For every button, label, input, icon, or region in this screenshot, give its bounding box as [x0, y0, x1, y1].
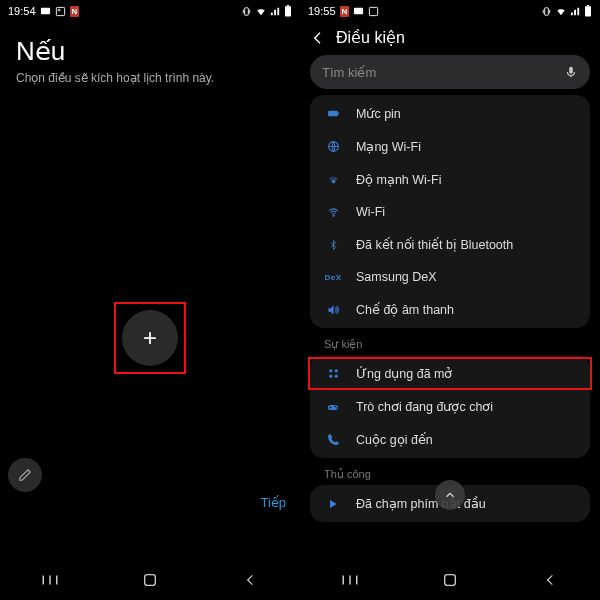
svg-point-20: [334, 375, 337, 378]
mic-icon[interactable]: [564, 65, 578, 79]
nav-home-button[interactable]: [430, 565, 470, 595]
svg-point-16: [332, 215, 333, 216]
nav-recent-button[interactable]: [30, 565, 70, 595]
page-title: Nếu: [16, 36, 284, 67]
item-label: Mức pin: [356, 106, 401, 121]
status-group: Mức pin Mạng Wi-Fi Độ mạnh Wi-Fi Wi-Fi Đ…: [310, 95, 590, 328]
svg-rect-12: [569, 67, 573, 74]
item-label: Trò chơi đang được chơi: [356, 399, 493, 414]
message-icon: [353, 6, 364, 17]
nav-home-button[interactable]: [130, 565, 170, 595]
item-label: Đã kết nối thiết bị Bluetooth: [356, 237, 513, 252]
list-item-app-opened[interactable]: Ứng dụng đã mở: [310, 357, 590, 390]
item-label: Ứng dụng đã mở: [356, 366, 453, 381]
svg-point-2: [58, 9, 60, 11]
item-label: Mạng Wi-Fi: [356, 139, 421, 154]
svg-point-18: [334, 369, 337, 372]
notification-badge-icon: N: [340, 6, 350, 17]
status-bar: 19:55 N: [300, 0, 600, 22]
sound-icon: [324, 303, 342, 317]
item-label: Cuộc gọi đến: [356, 432, 433, 447]
svg-rect-5: [287, 5, 289, 6]
nav-bar: [300, 560, 600, 600]
conditions-list: Mức pin Mạng Wi-Fi Độ mạnh Wi-Fi Wi-Fi Đ…: [300, 95, 600, 560]
status-time: 19:54: [8, 5, 36, 17]
list-item-wifi-strength[interactable]: Độ mạnh Wi-Fi: [310, 163, 590, 196]
nav-recent-button[interactable]: [330, 565, 370, 595]
svg-rect-7: [354, 7, 363, 13]
apps-icon: [324, 367, 342, 380]
plus-icon: +: [143, 324, 157, 352]
call-icon: [324, 433, 342, 446]
bluetooth-icon: [324, 238, 342, 252]
nav-bar: [0, 560, 300, 600]
edit-button[interactable]: [8, 458, 42, 492]
item-label: Chế độ âm thanh: [356, 302, 454, 317]
svg-rect-6: [145, 575, 156, 586]
svg-point-17: [329, 369, 332, 372]
section-label-event: Sự kiện: [310, 334, 590, 355]
item-label: Samsung DeX: [356, 270, 437, 284]
list-item-bluetooth[interactable]: Đã kết nối thiết bị Bluetooth: [310, 228, 590, 261]
wifi-icon: [255, 6, 267, 17]
signal-icon: [270, 6, 281, 17]
list-item-wifi-network[interactable]: Mạng Wi-Fi: [310, 130, 590, 163]
svg-point-22: [334, 405, 335, 406]
list-item-call[interactable]: Cuộc gọi đến: [310, 423, 590, 456]
image-icon: [55, 6, 66, 17]
nav-back-button[interactable]: [230, 565, 270, 595]
wifi-strength-icon: [324, 173, 342, 186]
status-time: 19:55: [308, 5, 336, 17]
svg-rect-8: [370, 7, 378, 15]
item-label: Wi-Fi: [356, 205, 385, 219]
item-label: Đã chạm phím bắt đầu: [356, 496, 486, 511]
list-item-battery[interactable]: Mức pin: [310, 97, 590, 130]
chevron-left-icon: [310, 30, 326, 46]
screen-left: 19:54 N Nếu Chọn điều sẽ kích hoạt lịch …: [0, 0, 300, 600]
pencil-icon: [18, 468, 32, 482]
dex-icon: DeX: [324, 273, 342, 282]
search-input[interactable]: Tìm kiếm: [310, 55, 590, 89]
svg-rect-3: [245, 7, 249, 14]
svg-rect-1: [56, 7, 64, 15]
nav-back-button[interactable]: [530, 565, 570, 595]
list-item-game[interactable]: Trò chơi đang được chơi: [310, 390, 590, 423]
scroll-top-button[interactable]: [435, 480, 465, 510]
list-item-dex[interactable]: DeX Samsung DeX: [310, 261, 590, 293]
page-subtitle: Chọn điều sẽ kích hoạt lịch trình này.: [16, 71, 284, 85]
svg-rect-13: [328, 111, 338, 116]
svg-rect-10: [585, 6, 591, 16]
chevron-up-icon: [443, 488, 457, 502]
header: Điều kiện: [300, 22, 600, 55]
main-content: Nếu Chọn điều sẽ kích hoạt lịch trình nà…: [0, 22, 300, 560]
play-icon: [324, 498, 342, 510]
svg-rect-14: [337, 112, 338, 114]
battery-icon: [284, 5, 292, 17]
svg-rect-4: [285, 6, 291, 16]
wifi-icon: [555, 6, 567, 17]
wifi-net-icon: [324, 140, 342, 153]
svg-point-23: [336, 407, 337, 408]
svg-point-19: [329, 375, 332, 378]
signal-icon: [570, 6, 581, 17]
header-title: Điều kiện: [336, 28, 405, 47]
battery-icon: [324, 107, 342, 120]
wifi-icon: [324, 206, 342, 219]
game-icon: [324, 401, 342, 413]
vibrate-icon: [541, 6, 552, 17]
add-condition-button[interactable]: +: [122, 310, 178, 366]
list-item-wifi[interactable]: Wi-Fi: [310, 196, 590, 228]
list-item-sound[interactable]: Chế độ âm thanh: [310, 293, 590, 326]
status-bar: 19:54 N: [0, 0, 300, 22]
search-placeholder: Tìm kiếm: [322, 65, 376, 80]
svg-rect-0: [40, 7, 49, 13]
image-icon: [368, 6, 379, 17]
event-group: Ứng dụng đã mở Trò chơi đang được chơi C…: [310, 355, 590, 458]
item-label: Độ mạnh Wi-Fi: [356, 172, 441, 187]
notification-badge-icon: N: [70, 6, 80, 17]
message-icon: [40, 6, 51, 17]
back-button[interactable]: [310, 30, 326, 46]
battery-icon: [584, 5, 592, 17]
vibrate-icon: [241, 6, 252, 17]
next-button[interactable]: Tiếp: [260, 495, 286, 510]
